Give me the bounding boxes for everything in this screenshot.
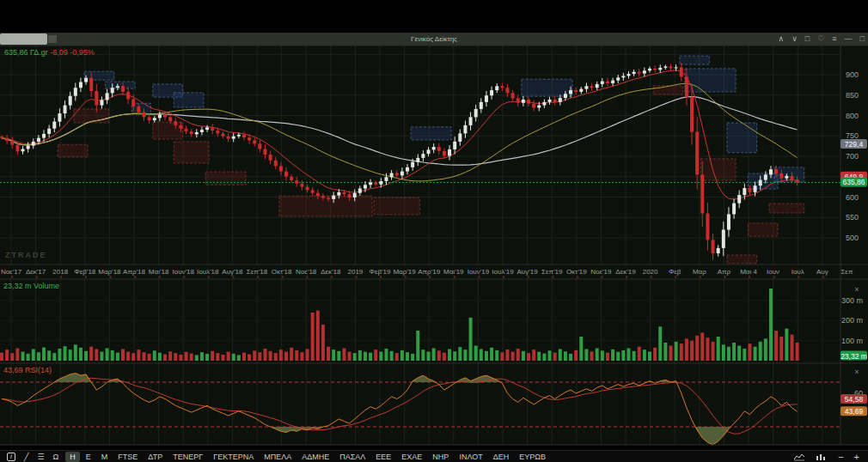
rsi-legend: 43,69 RSI(14) (3, 366, 52, 374)
svg-text:729,4: 729,4 (845, 140, 864, 149)
volume-axis-label: 100 m (841, 337, 863, 345)
date-axis-label: Φεβ'18 (74, 268, 96, 276)
date-axis-label: Ιουν'19 (468, 268, 490, 276)
svg-text:23,32 m: 23,32 m (840, 352, 867, 361)
rsi-label: RSI(14) (25, 366, 52, 374)
bottom-toolbar: i╱☰Ω ΗΕΜFTSEΔΤΡΤΕΝΕΡΓΓΕΚΤΕΡΝΑΜΠΕΛΑΑΔΜΗΕΠ… (0, 450, 868, 462)
percent-scale-icon[interactable] (793, 453, 805, 461)
price-axis-label: 600 (846, 193, 859, 202)
tab-ΝΗΡ[interactable]: ΝΗΡ (428, 452, 453, 462)
zoom-out-icon[interactable]: − (838, 452, 843, 462)
last-price-value: 635,86 (4, 48, 28, 57)
tab-Μ[interactable]: Μ (97, 452, 113, 462)
date-axis-label: Φεβ (669, 268, 682, 276)
tab-Η[interactable]: Η (65, 452, 80, 462)
date-axis-label: Σεπ (840, 268, 853, 276)
tab-Ε[interactable]: Ε (82, 452, 95, 462)
date-axis-label: Μαρ (693, 268, 706, 276)
price-axis-label: 550 (846, 213, 859, 222)
volume-label: Volume (34, 282, 59, 290)
histogram-icon[interactable] (816, 453, 828, 461)
date-axis-label: Απρ'19 (418, 268, 440, 276)
omega-icon[interactable]: Ω (53, 453, 59, 461)
date-axis-label: Δεκ'19 (615, 268, 636, 276)
chart-canvas[interactable]: 900850800750700650600550500300 m200 m100… (0, 0, 868, 462)
date-axis-label: Μαι'18 (149, 268, 169, 276)
toolbar-left-icons: i╱☰Ω (0, 453, 65, 461)
date-axis-label: Απρ'18 (123, 268, 145, 276)
rsi-pane-close-icon[interactable]: × (854, 368, 859, 376)
volume-axis-label: 300 m (841, 296, 863, 305)
price-axis-label: 850 (846, 91, 859, 100)
date-axis-label: Μαι'19 (443, 268, 464, 276)
price-axis-label: 700 (846, 152, 859, 161)
tab-ΤΕΝΕΡΓ[interactable]: ΤΕΝΕΡΓ (168, 452, 207, 462)
date-axis-label: 2020 (643, 268, 658, 276)
date-axis-label: Σεπ'18 (247, 268, 268, 276)
price-axis-label: 500 (846, 234, 859, 242)
date-axis-label: Φεβ'19 (370, 268, 392, 276)
svg-text:54,58: 54,58 (845, 395, 864, 404)
date-axis-label: 2019 (348, 268, 364, 276)
tab-ΜΠΕΛΑ[interactable]: ΜΠΕΛΑ (260, 452, 296, 462)
price-change: -6,09 (50, 48, 68, 57)
trading-app-window: Γενικός Δείκτης ∧∨□♡≡—□ 9008508007507006… (0, 0, 868, 462)
date-axis-label: Οκτ'19 (566, 268, 587, 276)
tab-FTSE[interactable]: FTSE (113, 452, 142, 462)
zoom-in-icon[interactable]: + (854, 452, 859, 462)
date-axis-label: Ιουν'18 (172, 268, 194, 276)
svg-text:635,86: 635,86 (843, 178, 865, 186)
volume-pane-close-icon[interactable]: × (854, 285, 859, 294)
tab-ΕΥΡΩΒ[interactable]: ΕΥΡΩΒ (515, 452, 550, 462)
tab-ΠΑΣΑΛ[interactable]: ΠΑΣΑΛ (335, 452, 370, 462)
tab-ΑΔΜΗΕ[interactable]: ΑΔΜΗΕ (297, 452, 333, 462)
list-icon[interactable]: ☰ (37, 453, 44, 461)
date-axis-label: Απρ (718, 268, 731, 276)
date-axis-label: Δεκ'18 (321, 268, 341, 276)
date-axis-label: Οκτ'18 (272, 268, 292, 276)
tab-ΔΕΗ[interactable]: ΔΕΗ (489, 452, 514, 462)
rsi-value: 43,69 (3, 366, 23, 374)
price-legend: 635,86 ΓΔ.gr -6,09 -0,95% (4, 48, 95, 57)
date-axis-label: Αυγ (816, 268, 828, 276)
date-axis-label: Ιουν (767, 268, 779, 276)
tab-ΔΤΡ[interactable]: ΔΤΡ (144, 452, 167, 462)
date-axis-label: Νοε'18 (296, 268, 317, 276)
price-change-pct: -0,95% (70, 48, 95, 57)
date-axis-label: Μαρ'18 (98, 268, 121, 276)
tab-ΙΝΛΟΤ[interactable]: ΙΝΛΟΤ (455, 452, 486, 462)
date-axis-label: Σεπ'19 (541, 268, 563, 276)
price-axis-label: 750 (846, 131, 859, 140)
symbol-label: ΓΔ.gr (30, 48, 48, 57)
date-axis-label: Αυγ'18 (222, 268, 243, 276)
info-icon[interactable]: i (7, 453, 15, 461)
toolbar-right-icons: − + (793, 452, 868, 462)
price-axis-label: 800 (846, 112, 859, 120)
date-axis-label: Ιουλ (792, 268, 804, 276)
ztrade-watermark: ZTRADE (5, 251, 47, 259)
tab-ΕΕΕ[interactable]: ΕΕΕ (371, 452, 395, 462)
date-axis-label: 2018 (52, 268, 68, 276)
tab-ΕΧΑΕ[interactable]: ΕΧΑΕ (397, 452, 426, 462)
date-axis-label: Νοε'17 (1, 268, 22, 276)
tab-ΓΕΚΤΕΡΝΑ[interactable]: ΓΕΚΤΕΡΝΑ (209, 452, 258, 462)
date-axis-label: Μαι 4 (740, 268, 757, 276)
date-axis-label: Δεκ'17 (26, 268, 46, 276)
svg-text:43,69: 43,69 (845, 407, 864, 416)
date-axis-label: Νοε'19 (590, 268, 612, 276)
date-axis-label: Αυγ'19 (517, 268, 539, 276)
date-axis-label: Ιουλ'19 (492, 268, 514, 276)
volume-value: 23,32 m (3, 282, 32, 290)
date-axis-label: Μαρ'19 (393, 268, 416, 276)
price-axis-label: 900 (846, 70, 859, 79)
volume-axis-label: 200 m (841, 316, 863, 325)
date-axis-label: Ιουλ'18 (197, 268, 219, 276)
volume-legend: 23,32 m Volume (3, 282, 59, 290)
draw-icon[interactable]: ╱ (24, 453, 28, 461)
symbol-tabs: ΗΕΜFTSEΔΤΡΤΕΝΕΡΓΓΕΚΤΕΡΝΑΜΠΕΛΑΑΔΜΗΕΠΑΣΑΛΕ… (65, 451, 550, 462)
